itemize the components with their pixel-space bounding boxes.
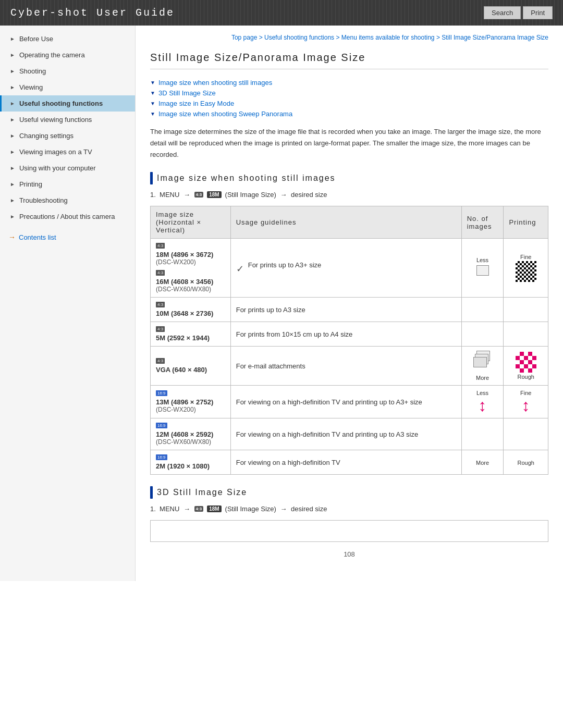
less-label: Less (476, 257, 488, 263)
sidebar-item-useful-shooting[interactable]: ► Useful shooting functions (0, 95, 135, 112)
menu-arrow-1: → (181, 191, 192, 199)
print-button[interactable]: Print (523, 6, 553, 19)
page-icon (474, 265, 491, 279)
toc-label-1: Image size when shooting still images (158, 79, 272, 87)
header: Cyber-shot User Guide Search Print (0, 0, 563, 26)
sidebar-item-viewing-tv[interactable]: ► Viewing images on a TV (0, 144, 135, 160)
header-buttons: Search Print (484, 6, 553, 19)
table-row: 4:3 5M (2592 × 1944) For prints from 10×… (151, 322, 548, 347)
cell-usage-12m: For viewing on a high-definition TV and … (230, 418, 461, 450)
col-header-printing: Printing (504, 206, 548, 239)
cell-print-vga: Rough (504, 347, 548, 386)
breadcrumb-top[interactable]: Top page (231, 34, 257, 41)
toc-link-3[interactable]: ▼ Image size in Easy Mode (150, 100, 548, 107)
page-description: The image size determines the size of th… (150, 126, 548, 161)
arrow-icon: ► (10, 214, 15, 219)
sidebar-item-shooting[interactable]: ► Shooting (0, 63, 135, 79)
cell-noimg-vga: More (461, 347, 504, 386)
badge-43-10m: 4:3 (156, 302, 165, 307)
triangle-icon-2: ▼ (150, 90, 155, 96)
cell-size-2m: 16:9 2M (1920 × 1080) (151, 450, 231, 475)
size-badge-18m-2: 18M (207, 505, 221, 512)
sidebar-footer: → Contents list (0, 225, 135, 250)
menu-desired: desired size (291, 191, 327, 199)
model-wx200: (DSC-WX200) (156, 258, 225, 266)
cell-print-13m: Fine ↕ (504, 386, 548, 418)
menu-instruction-2: 1. MENU → 4:3 18M (Still Image Size) → d… (150, 505, 548, 513)
cell-noimg-5m (461, 322, 504, 347)
breadcrumb-sep1: > (259, 34, 264, 41)
section-title-3d: 3D Still Image Size (157, 488, 247, 497)
cell-usage-10m: For prints up to A3 size (230, 298, 461, 322)
menu-arrow-3: → (181, 505, 192, 513)
size-13m: 13M (4896 × 2752) (156, 398, 225, 406)
sidebar-item-label: Shooting (19, 67, 46, 75)
ratio-badge-43: 4:3 (194, 192, 204, 198)
toc-link-2[interactable]: ▼ 3D Still Image Size (150, 89, 548, 97)
cell-size: 4:3 18M (4896 × 3672) (DSC-WX200) 4:3 16… (151, 239, 231, 298)
cell-print-10m (504, 298, 548, 322)
triangle-icon-3: ▼ (150, 101, 155, 106)
sidebar-item-printing[interactable]: ► Printing (0, 176, 135, 192)
menu-step-label: 1. MENU (150, 191, 179, 199)
main-content: Top page > Useful shooting functions > M… (136, 26, 563, 581)
table-row: 16:9 13M (4896 × 2752) (DSC-WX200) For v… (151, 386, 548, 418)
table-row: 16:9 12M (4608 × 2592) (DSC-WX60/WX80) F… (151, 418, 548, 450)
fine-label-2: Fine (520, 390, 531, 396)
fine-label: Fine (520, 254, 531, 260)
arrow-icon: ► (10, 52, 15, 58)
size-10m: 10M (3648 × 2736) (156, 310, 225, 317)
menu-arrow-4: → (278, 505, 289, 513)
more-label: More (476, 375, 489, 381)
badge-43-vga: 4:3 (156, 358, 165, 364)
sidebar-item-label: Operating the camera (19, 51, 85, 59)
breadcrumb-menu-items[interactable]: Menu items available for shooting (341, 34, 435, 41)
arrow-icon: ► (10, 36, 15, 42)
cell-usage-2m: For viewing on a high-definition TV (230, 450, 461, 475)
usage-text-1: For prints up to A3+ size (248, 261, 322, 269)
rough-checker (516, 352, 536, 373)
app-title: Cyber-shot User Guide (10, 7, 175, 19)
toc-link-4[interactable]: ▼ Image size when shooting Sweep Panoram… (150, 110, 548, 118)
sidebar-item-label: Printing (19, 180, 42, 188)
checkmark-icon: ✓ (236, 263, 244, 275)
menu-step-label-2: 1. MENU (150, 505, 179, 513)
badge-43b: 4:3 (156, 270, 165, 276)
breadcrumb-useful-shooting[interactable]: Useful shooting functions (264, 34, 334, 41)
table-row: 4:3 18M (4896 × 3672) (DSC-WX200) 4:3 16… (151, 239, 548, 298)
cell-size-12m: 16:9 12M (4608 × 2592) (DSC-WX60/WX80) (151, 418, 231, 450)
arrow-icon: ► (10, 84, 15, 90)
sidebar-item-label: Viewing images on a TV (19, 148, 92, 156)
sidebar-item-label: Before Use (19, 35, 53, 43)
sidebar-item-label: Troubleshooting (19, 196, 68, 204)
sidebar-item-precautions[interactable]: ► Precautions / About this camera (0, 208, 135, 225)
col-header-usage: Usage guidelines (230, 206, 461, 239)
model-wx60-wx80-2: (DSC-WX60/WX80) (156, 438, 225, 446)
sidebar-item-using-computer[interactable]: ► Using with your computer (0, 160, 135, 176)
sidebar-item-changing-settings[interactable]: ► Changing settings (0, 128, 135, 144)
section-bar (150, 172, 153, 184)
table-row: 4:3 10M (3648 × 2736) For prints up to A… (151, 298, 548, 322)
sidebar-item-viewing[interactable]: ► Viewing (0, 79, 135, 95)
more-label-2: More (476, 460, 489, 466)
breadcrumb-current: Still Image Size/Panorama Image Size (442, 34, 548, 41)
toc-label-4: Image size when shooting Sweep Panorama (158, 110, 292, 118)
badge-169-2m: 16:9 (156, 454, 167, 460)
sidebar-item-operating[interactable]: ► Operating the camera (0, 47, 135, 63)
sidebar-item-before-use[interactable]: ► Before Use (0, 31, 135, 47)
sidebar-item-useful-viewing[interactable]: ► Useful viewing functions (0, 112, 135, 128)
model-wx60-wx80: (DSC-WX60/WX80) (156, 286, 225, 293)
cell-print-5m (504, 322, 548, 347)
sidebar-item-troubleshooting[interactable]: ► Troubleshooting (0, 192, 135, 208)
cell-print-12m (504, 418, 548, 450)
contents-list-link[interactable]: Contents list (19, 233, 56, 241)
sidebar-item-label: Viewing (19, 83, 43, 91)
section-title-still: Image size when shooting still images (157, 174, 336, 183)
table-row: 4:3 VGA (640 × 480) For e-mail attachmen… (151, 347, 548, 386)
size-12m: 12M (4608 × 2592) (156, 430, 225, 438)
arrow-icon: ► (10, 165, 15, 171)
search-button[interactable]: Search (484, 6, 521, 19)
arrow-icon: ► (10, 181, 15, 187)
toc-link-1[interactable]: ▼ Image size when shooting still images (150, 79, 548, 87)
badge-169-12m: 16:9 (156, 423, 167, 428)
